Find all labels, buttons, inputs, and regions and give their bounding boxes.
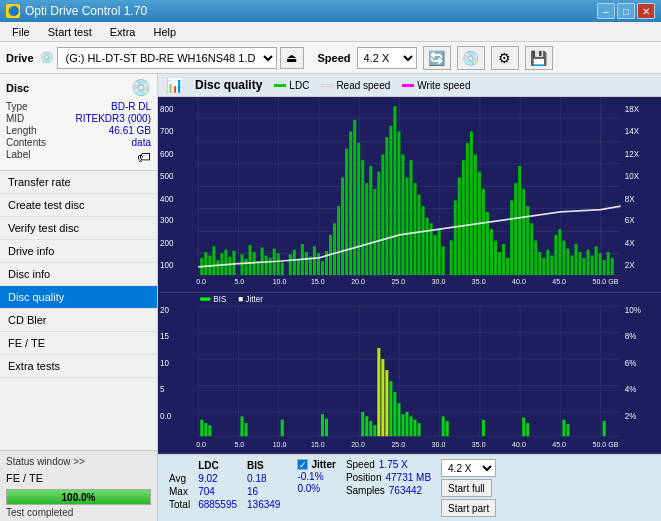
minimize-button[interactable]: – bbox=[597, 3, 615, 19]
svg-rect-23 bbox=[212, 246, 215, 275]
nav-disc-quality[interactable]: Disc quality bbox=[0, 286, 157, 309]
svg-rect-115 bbox=[595, 246, 598, 275]
svg-rect-94 bbox=[510, 200, 513, 275]
svg-rect-24 bbox=[216, 260, 219, 275]
menu-file[interactable]: File bbox=[4, 24, 38, 40]
svg-text:30.0: 30.0 bbox=[432, 277, 446, 287]
svg-rect-190 bbox=[418, 423, 421, 436]
svg-rect-106 bbox=[558, 229, 561, 275]
menu-start-test[interactable]: Start test bbox=[40, 24, 100, 40]
svg-rect-63 bbox=[381, 154, 384, 275]
nav-transfer-rate[interactable]: Transfer rate bbox=[0, 171, 157, 194]
svg-rect-184 bbox=[393, 392, 396, 436]
legend-ldc: LDC bbox=[274, 80, 309, 91]
nav-disc-info[interactable]: Disc info bbox=[0, 263, 157, 286]
svg-text:4X: 4X bbox=[625, 238, 635, 249]
svg-rect-118 bbox=[607, 252, 610, 275]
svg-rect-174 bbox=[321, 414, 324, 436]
start-part-button[interactable]: Start part bbox=[441, 499, 496, 517]
speed-select[interactable]: 4.2 X bbox=[357, 47, 417, 69]
svg-text:10X: 10X bbox=[625, 170, 640, 181]
legend-read: Read speed bbox=[321, 80, 390, 91]
length-label: Length bbox=[6, 125, 37, 136]
svg-text:800: 800 bbox=[160, 103, 174, 114]
start-full-button[interactable]: Start full bbox=[441, 479, 492, 497]
svg-rect-188 bbox=[410, 417, 413, 437]
disc-panel: Disc 💿 Type BD-R DL MID RITEKDR3 (000) L… bbox=[0, 74, 157, 171]
svg-text:600: 600 bbox=[160, 148, 174, 159]
svg-rect-171 bbox=[240, 417, 243, 437]
nav-verify-test[interactable]: Verify test disc bbox=[0, 217, 157, 240]
svg-text:12X: 12X bbox=[625, 148, 640, 159]
menu-help[interactable]: Help bbox=[145, 24, 184, 40]
nav-create-test[interactable]: Create test disc bbox=[0, 194, 157, 217]
svg-rect-93 bbox=[506, 258, 509, 275]
svg-text:35.0: 35.0 bbox=[472, 277, 486, 287]
svg-text:400: 400 bbox=[160, 193, 174, 204]
nav-create-test-label: Create test disc bbox=[8, 199, 84, 211]
label-edit-icon[interactable]: 🏷 bbox=[137, 149, 151, 165]
nav-fe-te[interactable]: FE / TE bbox=[0, 332, 157, 355]
max-jitter: 0.0% bbox=[297, 483, 335, 494]
svg-rect-57 bbox=[357, 143, 360, 275]
svg-rect-56 bbox=[353, 120, 356, 275]
drive-label: Drive bbox=[6, 52, 34, 64]
svg-text:6X: 6X bbox=[625, 215, 635, 226]
svg-rect-64 bbox=[385, 137, 388, 275]
svg-rect-114 bbox=[591, 255, 594, 275]
nav-extra-tests[interactable]: Extra tests bbox=[0, 355, 157, 378]
status-section: Status window >> FE / TE 100.0% Test com… bbox=[0, 450, 157, 521]
jitter-checkbox[interactable]: ✓ bbox=[297, 459, 308, 470]
content-area: 📊 Disc quality LDC Read speed Write spee… bbox=[158, 74, 661, 521]
avg-label: Avg bbox=[166, 472, 193, 485]
svg-rect-34 bbox=[261, 247, 264, 275]
nav-verify-test-label: Verify test disc bbox=[8, 222, 79, 234]
eject-button[interactable]: ⏏ bbox=[280, 47, 304, 69]
avg-jitter: -0.1% bbox=[297, 471, 335, 482]
svg-rect-194 bbox=[522, 418, 525, 437]
svg-rect-40 bbox=[289, 254, 292, 275]
settings-button[interactable]: ⚙ bbox=[491, 46, 519, 70]
save-button[interactable]: 💾 bbox=[525, 46, 553, 70]
status-window-button[interactable]: Status window >> bbox=[6, 454, 151, 469]
svg-rect-169 bbox=[204, 423, 207, 436]
nav-fe-te-label: FE / TE bbox=[8, 337, 45, 349]
svg-rect-112 bbox=[583, 258, 586, 275]
legend-write: Write speed bbox=[402, 80, 470, 91]
svg-text:15: 15 bbox=[160, 331, 169, 341]
fe-te-label: FE / TE bbox=[6, 469, 151, 487]
speed-select-stats[interactable]: 4.2 X bbox=[441, 459, 496, 477]
svg-rect-52 bbox=[337, 206, 340, 275]
refresh-button[interactable]: 🔄 bbox=[423, 46, 451, 70]
svg-rect-192 bbox=[446, 421, 449, 436]
svg-rect-29 bbox=[240, 254, 243, 275]
svg-rect-66 bbox=[393, 106, 396, 275]
svg-rect-181 bbox=[381, 359, 384, 436]
samples-value: 763442 bbox=[389, 485, 422, 496]
mid-label: MID bbox=[6, 113, 24, 124]
svg-rect-62 bbox=[377, 172, 380, 275]
svg-text:300: 300 bbox=[160, 215, 174, 226]
samples-label: Samples bbox=[346, 485, 385, 496]
svg-rect-196 bbox=[562, 420, 565, 437]
close-button[interactable]: ✕ bbox=[637, 3, 655, 19]
lower-chart-svg: BIS ■ Jitter bbox=[158, 293, 661, 453]
svg-text:15.0: 15.0 bbox=[311, 277, 325, 287]
nav-drive-info[interactable]: Drive info bbox=[0, 240, 157, 263]
svg-rect-42 bbox=[297, 259, 300, 275]
svg-rect-30 bbox=[245, 259, 248, 275]
legend-read-label: Read speed bbox=[336, 80, 390, 91]
sidebar: Disc 💿 Type BD-R DL MID RITEKDR3 (000) L… bbox=[0, 74, 158, 521]
app-icon: 🔵 bbox=[6, 4, 20, 18]
disc-button[interactable]: 💿 bbox=[457, 46, 485, 70]
position-label: Position bbox=[346, 472, 382, 483]
svg-rect-80 bbox=[454, 200, 457, 275]
nav-cd-bler[interactable]: CD Bler bbox=[0, 309, 157, 332]
maximize-button[interactable]: □ bbox=[617, 3, 635, 19]
svg-text:35.0: 35.0 bbox=[472, 440, 486, 449]
upper-chart-svg: 800 700 600 500 400 300 200 100 18X 14X … bbox=[158, 97, 661, 292]
nav-drive-info-label: Drive info bbox=[8, 245, 54, 257]
drive-select[interactable]: (G:) HL-DT-ST BD-RE WH16NS48 1.D3 bbox=[57, 47, 277, 69]
svg-rect-59 bbox=[365, 183, 368, 275]
menu-extra[interactable]: Extra bbox=[102, 24, 144, 40]
